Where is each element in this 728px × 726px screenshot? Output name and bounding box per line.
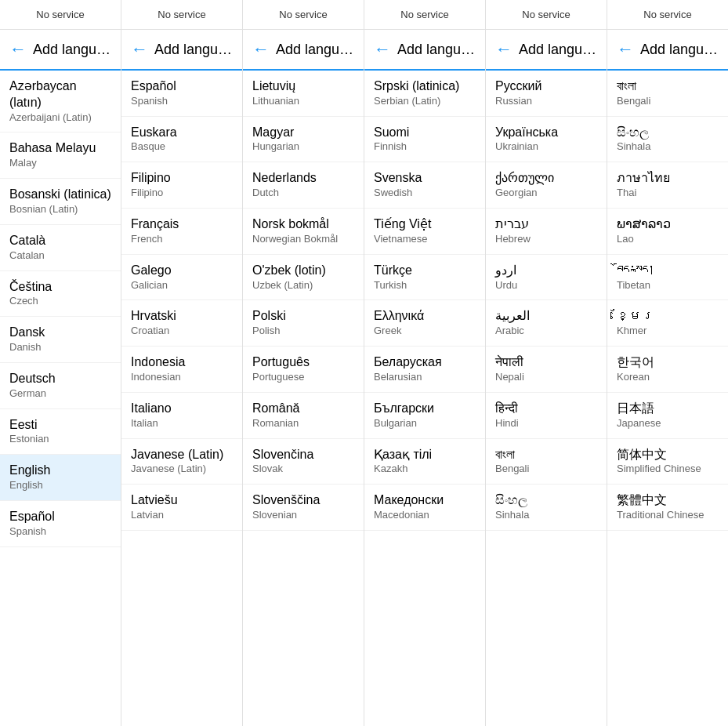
lang-list-5: বাংলাBengaliසිංහලSinhalaภาษาไทยThaiພາສາລ… [607,71,728,726]
list-item[interactable]: EspañolSpanish [0,501,121,547]
list-item[interactable]: 日本語Japanese [607,393,728,439]
lang-english-name: Arabic [495,325,597,338]
lang-native-name: Nederlands [252,170,354,187]
list-item[interactable]: IndonesiaIndonesian [121,347,242,393]
list-item[interactable]: БългарскиBulgarian [364,393,485,439]
list-item[interactable]: བོད་སྐད།Tibetan [607,255,728,301]
lang-english-name: Sinhala [495,509,597,522]
list-item[interactable]: NederlandsDutch [243,162,364,209]
back-arrow-5[interactable]: ← [617,39,634,60]
list-item[interactable]: HrvatskiCroatian [121,300,242,347]
list-item[interactable]: SvenskaSwedish [364,162,485,209]
lang-english-name: Italian [131,417,233,430]
list-item[interactable]: Azərbaycan (latın)Azerbaijani (Latin) [0,71,121,132]
back-arrow-1[interactable]: ← [131,39,148,60]
lang-english-name: Czech [9,295,111,308]
list-item[interactable]: Bosanski (latinica)Bosnian (Latin) [0,179,121,225]
back-arrow-4[interactable]: ← [495,39,512,60]
back-arrow-0[interactable]: ← [9,39,27,60]
list-item[interactable]: Norsk bokmålNorwegian Bokmål [243,209,364,255]
list-item[interactable]: ພາສາລາວLao [607,209,728,255]
list-item[interactable]: বাংলাBengali [486,439,607,485]
list-item[interactable]: Srpski (latinica)Serbian (Latin) [364,71,485,117]
list-item[interactable]: EestiEstonian [0,409,121,456]
list-item[interactable]: FrançaisFrench [121,209,242,255]
list-item[interactable]: العربيةArabic [486,300,607,347]
list-item[interactable]: УкраїнськаUkrainian [486,117,607,163]
list-item[interactable]: МакедонскиMacedonian [364,485,485,531]
list-item[interactable]: EnglishEnglish [0,455,121,501]
lang-native-name: ພາສາລາວ [617,216,719,233]
list-item[interactable]: FilipinoFilipino [121,162,242,209]
lang-english-name: Uzbek (Latin) [252,279,354,292]
list-item[interactable]: नेपालीNepali [486,347,607,393]
list-item[interactable]: PortuguêsPortuguese [243,347,364,393]
lang-english-name: Greek [374,325,476,338]
lang-english-name: Norwegian Bokmål [252,233,354,246]
list-item[interactable]: O'zbek (lotin)Uzbek (Latin) [243,255,364,301]
list-item[interactable]: Bahasa MelayuMalay [0,132,121,179]
list-item[interactable]: Қазақ тіліKazakh [364,439,485,485]
lang-native-name: Suomi [374,125,476,141]
list-item[interactable]: LietuviųLithuanian [243,71,364,117]
lang-native-name: اردو [495,263,597,279]
list-item[interactable]: සිංහලSinhala [607,117,728,163]
list-item[interactable]: CatalàCatalan [0,225,121,271]
list-item[interactable]: RomânăRomanian [243,393,364,439]
list-item[interactable]: ČeštinaCzech [0,271,121,318]
header-title-3: Add language [397,42,476,58]
list-item[interactable]: MagyarHungarian [243,117,364,163]
list-item[interactable]: Javanese (Latin)Javanese (Latin) [121,439,242,485]
lang-list-2: LietuviųLithuanianMagyarHungarianNederla… [243,71,364,726]
list-item[interactable]: SlovenščinaSlovenian [243,485,364,531]
list-item[interactable]: EspañolSpanish [121,71,242,117]
back-arrow-3[interactable]: ← [374,39,391,60]
list-item[interactable]: ภาษาไทยThai [607,162,728,209]
list-item[interactable]: हिन्दीHindi [486,393,607,439]
list-item[interactable]: اردوUrdu [486,255,607,301]
list-item[interactable]: SuomiFinnish [364,117,485,163]
lang-native-name: Indonesia [131,354,233,371]
list-item[interactable]: DanskDanish [0,317,121,363]
list-item[interactable]: ქართულიGeorgian [486,162,607,209]
list-item[interactable]: සිංහලSinhala [486,485,607,531]
list-item[interactable]: ItalianoItalian [121,393,242,439]
lang-native-name: Tiếng Việt [374,216,476,233]
list-item[interactable]: PolskiPolish [243,300,364,347]
lang-native-name: Українська [495,125,597,141]
list-item[interactable]: TürkçeTurkish [364,255,485,301]
lang-native-name: Polski [252,308,354,325]
column-0: ←Add languageAzərbaycan (latın)Azerbaija… [0,30,121,726]
column-header-1: ←Add language [121,30,242,71]
list-item[interactable]: DeutschGerman [0,363,121,409]
list-item[interactable]: বাংলাBengali [607,71,728,117]
list-item[interactable]: БеларускаяBelarusian [364,347,485,393]
lang-native-name: 繁體中文 [617,492,719,509]
lang-english-name: Kazakh [374,463,476,476]
column-4: ←Add languageРусскийRussianУкраїнськаUkr… [486,30,607,726]
lang-english-name: Swedish [374,187,476,200]
lang-native-name: O'zbek (lotin) [252,263,354,279]
lang-native-name: Slovenščina [252,492,354,509]
columns-container: ←Add languageAzərbaycan (latın)Azerbaija… [0,30,728,726]
list-item[interactable]: עבריתHebrew [486,209,607,255]
lang-native-name: Dansk [9,325,111,341]
lang-list-4: РусскийRussianУкраїнськаUkrainianქართული… [486,71,607,726]
list-item[interactable]: 简体中文Simplified Chinese [607,439,728,485]
list-item[interactable]: ΕλληνικάGreek [364,300,485,347]
list-item[interactable]: 繁體中文Traditional Chinese [607,485,728,531]
lang-native-name: සිංහල [495,492,597,509]
list-item[interactable]: 한국어Korean [607,347,728,393]
lang-english-name: Polish [252,325,354,338]
header-title-5: Add language [640,42,719,58]
list-item[interactable]: SlovenčinaSlovak [243,439,364,485]
list-item[interactable]: GalegoGalician [121,255,242,301]
list-item[interactable]: EuskaraBasque [121,117,242,163]
back-arrow-2[interactable]: ← [252,39,270,60]
list-item[interactable]: РусскийRussian [486,71,607,117]
status-segment-4: No service [486,0,607,29]
list-item[interactable]: LatviešuLatvian [121,485,242,531]
list-item[interactable]: ខ្មែរKhmer [607,300,728,347]
list-item[interactable]: Tiếng ViệtVietnamese [364,209,485,255]
lang-english-name: Russian [495,95,597,108]
